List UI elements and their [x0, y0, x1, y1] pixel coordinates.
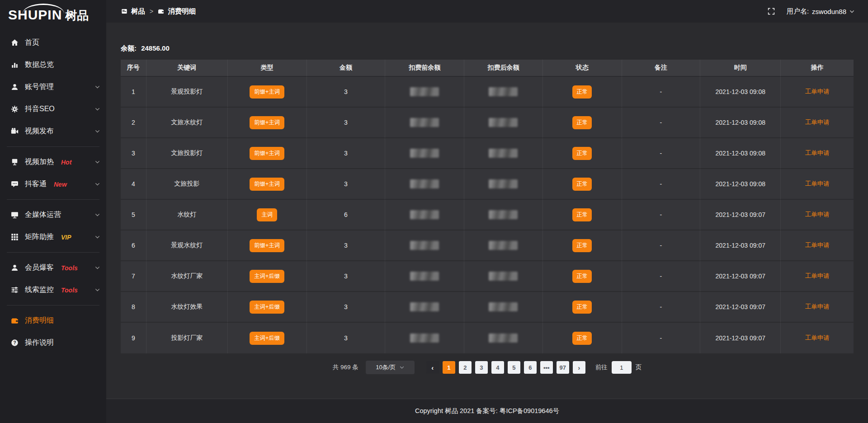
- sidebar-item[interactable]: 抖音SEO: [0, 98, 106, 120]
- work-order-link[interactable]: 工单申请: [805, 180, 830, 187]
- cell-amount: 3: [307, 169, 385, 200]
- cell-remark: -: [622, 138, 700, 169]
- cell-amount: 3: [307, 108, 385, 138]
- sidebar-item[interactable]: 会员爆客 Tools: [0, 257, 106, 279]
- work-order-link[interactable]: 工单申请: [805, 211, 830, 218]
- column-header: 操作: [781, 60, 854, 77]
- chevron-down-icon: [849, 9, 854, 14]
- sidebar-item-badge: New: [54, 181, 67, 188]
- sidebar-item-label: 账号管理: [25, 82, 54, 92]
- page-number-button[interactable]: 5: [508, 361, 520, 374]
- type-badge: 主词: [257, 208, 277, 221]
- chevron-down-icon: [95, 160, 100, 164]
- work-order-link[interactable]: 工单申请: [805, 119, 830, 126]
- breadcrumb-home-label: 树品: [131, 7, 145, 16]
- cell-action: 工单申请: [781, 200, 854, 230]
- chat-icon: [11, 180, 19, 188]
- fullscreen-icon[interactable]: [768, 8, 775, 15]
- page-number-button[interactable]: 4: [491, 361, 504, 374]
- page-number-button[interactable]: •••: [540, 361, 553, 374]
- cell-balance-before: [385, 292, 464, 323]
- status-badge: 正常: [572, 208, 592, 221]
- redacted-balance-before: [410, 302, 439, 311]
- sidebar-item-label: 线索监控: [25, 285, 54, 295]
- cell-type: 主词+后缀: [228, 292, 307, 323]
- cell-amount: 3: [307, 138, 385, 169]
- table-row: 9 投影灯厂家 主词+后缀 3 正常 - 2021-12-03 09:07 工单…: [121, 323, 854, 353]
- sidebar-menu: 首页 数据总览 账号管理: [0, 32, 106, 354]
- cell-index: 4: [121, 169, 146, 200]
- cell-keyword: 水纹灯厂家: [146, 261, 228, 292]
- sidebar-item-label: 视频加热: [25, 157, 54, 167]
- sidebar-item[interactable]: 矩阵助推 VIP: [0, 226, 106, 248]
- grid-icon: [11, 233, 19, 241]
- work-order-link[interactable]: 工单申请: [805, 303, 830, 310]
- work-order-link[interactable]: 工单申请: [805, 88, 830, 95]
- work-order-link[interactable]: 工单申请: [805, 334, 830, 341]
- sidebar-item-badge: VIP: [61, 234, 71, 241]
- sidebar-item-label: 会员爆客: [25, 263, 54, 273]
- work-order-link[interactable]: 工单申请: [805, 273, 830, 279]
- sidebar-item[interactable]: 账号管理: [0, 76, 106, 98]
- cell-remark: -: [622, 77, 700, 108]
- sidebar-item[interactable]: 消费明细: [0, 310, 106, 332]
- page-number-button[interactable]: 2: [459, 361, 472, 374]
- chevron-down-icon: [95, 287, 100, 292]
- chevron-down-icon: [95, 235, 100, 240]
- breadcrumb-home[interactable]: 树品: [121, 7, 145, 16]
- table-row: 2 文旅水纹灯 前缀+主词 3 正常 - 2021-12-03 09:08 工单…: [121, 108, 854, 138]
- page-size-select[interactable]: 10条/页: [366, 361, 415, 374]
- sidebar-item[interactable]: 线索监控 Tools: [0, 279, 106, 301]
- top-header-bar: 树品 > 消费明细 用户名: zswodun88: [106, 0, 868, 23]
- content-area: 余额: 24856.00 序号关键词类型金额扣费前余额扣费后余额状态备注时间操作: [106, 23, 868, 399]
- column-header: 关键词: [146, 60, 228, 77]
- username-value: zswodun88: [812, 8, 846, 15]
- cell-status: 正常: [543, 200, 622, 230]
- cell-action: 工单申请: [781, 108, 854, 138]
- next-page-button[interactable]: ›: [573, 361, 585, 374]
- table-row: 1 景观投影灯 前缀+主词 3 正常 - 2021-12-03 09:08 工单…: [121, 77, 854, 108]
- sidebar-item-label: 抖音SEO: [25, 104, 55, 114]
- sidebar-item[interactable]: 全媒体运营: [0, 204, 106, 226]
- redacted-balance-after: [489, 149, 518, 158]
- redacted-balance-after: [489, 210, 518, 219]
- sidebar-item[interactable]: 数据总览: [0, 54, 106, 76]
- page-number-button[interactable]: 1: [443, 361, 455, 374]
- sidebar-item[interactable]: 首页: [0, 32, 106, 54]
- prev-page-button[interactable]: ‹: [426, 361, 439, 374]
- work-order-link[interactable]: 工单申请: [805, 150, 830, 156]
- cell-keyword: 文旅投影灯: [146, 138, 228, 169]
- cell-action: 工单申请: [781, 138, 854, 169]
- sidebar-item-label: 矩阵助推: [25, 232, 54, 242]
- status-badge: 正常: [572, 178, 592, 191]
- page-number-button[interactable]: 97: [557, 361, 569, 374]
- sidebar-item[interactable]: 视频发布: [0, 120, 106, 142]
- chart-bars-icon: [11, 61, 19, 69]
- table-row: 5 水纹灯 主词 6 正常 - 2021-12-03 09:07 工单申请: [121, 200, 854, 230]
- chevron-down-icon: [95, 212, 100, 217]
- cell-action: 工单申请: [781, 230, 854, 261]
- sidebar-item[interactable]: 视频加热 Hot: [0, 151, 106, 173]
- goto-page-input[interactable]: [612, 361, 632, 374]
- cell-balance-before: [385, 169, 464, 200]
- page-number-button[interactable]: 6: [524, 361, 537, 374]
- svg-text:?: ?: [13, 340, 16, 345]
- main-column: 树品 > 消费明细 用户名: zswodun88 余额:: [106, 0, 868, 423]
- cell-balance-after: [464, 292, 542, 323]
- column-header: 类型: [228, 60, 307, 77]
- type-badge: 前缀+主词: [250, 239, 284, 252]
- cell-status: 正常: [543, 108, 622, 138]
- status-badge: 正常: [572, 239, 592, 252]
- breadcrumb-current-label: 消费明细: [168, 7, 196, 16]
- type-badge: 前缀+主词: [250, 116, 284, 129]
- sidebar-item[interactable]: 抖客通 New: [0, 173, 106, 195]
- user-menu[interactable]: 用户名: zswodun88: [787, 7, 854, 16]
- cell-action: 工单申请: [781, 169, 854, 200]
- screen-icon: [11, 158, 19, 166]
- work-order-link[interactable]: 工单申请: [805, 242, 830, 249]
- menu-divider: [7, 252, 99, 253]
- page-number-button[interactable]: 3: [475, 361, 488, 374]
- video-camera-icon: [11, 127, 19, 136]
- sidebar-item[interactable]: ? 操作说明: [0, 332, 106, 354]
- chevron-down-icon: [95, 107, 100, 112]
